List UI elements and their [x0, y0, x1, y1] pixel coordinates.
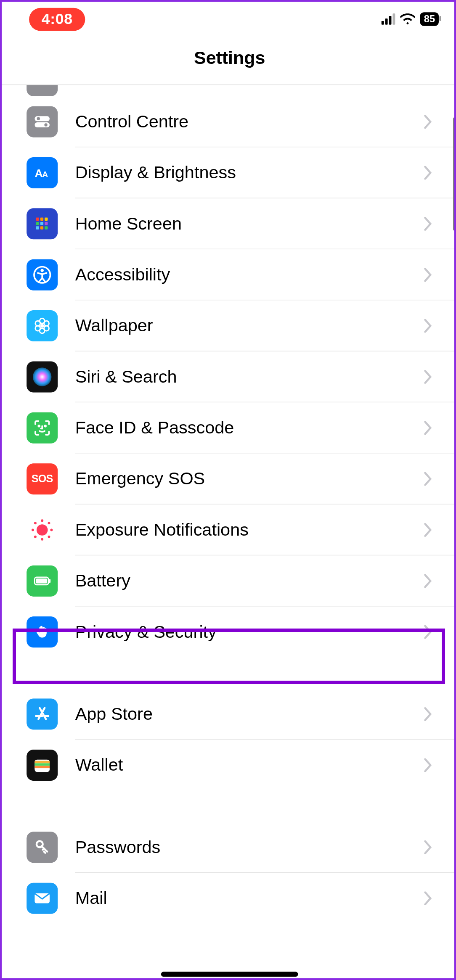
- chevron-right-icon: [424, 758, 432, 772]
- chevron-right-icon: [424, 523, 432, 537]
- svg-rect-8: [45, 218, 48, 221]
- row-label: Privacy & Security: [75, 622, 217, 642]
- page-title: Settings: [2, 37, 456, 85]
- svg-rect-11: [45, 222, 48, 225]
- svg-text:A: A: [34, 167, 42, 180]
- settings-row-home-screen[interactable]: Home Screen: [2, 198, 456, 249]
- time-pill: 4:08: [29, 8, 85, 31]
- settings-row-passwords[interactable]: Passwords: [2, 822, 456, 873]
- settings-row-battery[interactable]: Battery: [2, 555, 456, 606]
- siri-icon: [27, 361, 58, 392]
- svg-rect-7: [40, 218, 43, 221]
- battery-icon: [27, 565, 58, 597]
- row-label: Wallpaper: [75, 316, 153, 335]
- settings-row-wallet[interactable]: Wallet: [2, 740, 456, 790]
- svg-rect-9: [36, 222, 39, 225]
- row-label: Control Centre: [75, 111, 188, 131]
- status-icons: 85: [382, 12, 439, 26]
- svg-rect-12: [36, 226, 39, 229]
- app-store-icon: [27, 699, 58, 730]
- mail-icon: [27, 883, 58, 914]
- wifi-icon: [400, 13, 416, 25]
- display-brightness-icon: AA: [27, 157, 58, 188]
- svg-rect-14: [45, 226, 48, 229]
- wallet-icon: [27, 750, 58, 781]
- partial-icon: [27, 85, 58, 96]
- sos-icon: SOS: [27, 463, 58, 494]
- settings-row-privacy-security[interactable]: Privacy & Security: [2, 607, 456, 658]
- battery-indicator: 85: [420, 12, 439, 26]
- row-label: Display & Brightness: [75, 163, 236, 182]
- chevron-right-icon: [424, 370, 432, 383]
- status-bar: 4:08 85: [2, 2, 456, 37]
- settings-row-wallpaper[interactable]: Wallpaper: [2, 300, 456, 351]
- passwords-icon: [27, 832, 58, 863]
- svg-point-17: [40, 324, 44, 328]
- svg-point-24: [33, 367, 51, 386]
- svg-point-28: [41, 519, 43, 522]
- row-label: Face ID & Passcode: [75, 417, 234, 437]
- chevron-right-icon: [424, 268, 432, 282]
- svg-point-16: [41, 269, 44, 272]
- svg-point-29: [41, 538, 43, 541]
- svg-point-27: [37, 524, 48, 536]
- row-label: Accessibility: [75, 264, 170, 284]
- chevron-right-icon: [424, 891, 432, 905]
- row-label: Mail: [75, 888, 107, 908]
- settings-list[interactable]: Control Centre AA Display & Brightness H…: [2, 85, 456, 924]
- exposure-icon: [27, 515, 58, 546]
- svg-rect-42: [34, 766, 50, 768]
- svg-point-23: [35, 321, 40, 326]
- svg-point-34: [34, 536, 37, 538]
- chevron-right-icon: [424, 319, 432, 333]
- chevron-right-icon: [424, 574, 432, 588]
- chevron-right-icon: [424, 115, 432, 129]
- svg-rect-6: [36, 218, 39, 221]
- settings-row-face-id[interactable]: Face ID & Passcode: [2, 402, 456, 453]
- row-label: Emergency SOS: [75, 469, 205, 489]
- wallpaper-icon: [27, 310, 58, 341]
- svg-rect-41: [34, 763, 50, 766]
- row-label: Battery: [75, 571, 130, 590]
- accessibility-icon: [27, 259, 58, 291]
- settings-row-emergency-sos[interactable]: SOS Emergency SOS: [2, 453, 456, 504]
- svg-point-22: [35, 326, 40, 331]
- row-label: Wallet: [75, 755, 123, 775]
- row-label: Exposure Notifications: [75, 520, 249, 539]
- chevron-right-icon: [424, 472, 432, 486]
- svg-point-31: [50, 529, 53, 531]
- svg-point-30: [32, 529, 34, 531]
- chevron-right-icon: [424, 166, 432, 180]
- settings-row-accessibility[interactable]: Accessibility: [2, 249, 456, 300]
- svg-point-25: [38, 425, 40, 427]
- row-label: Home Screen: [75, 214, 182, 233]
- svg-point-32: [34, 522, 37, 524]
- chevron-right-icon: [424, 707, 432, 721]
- chevron-right-icon: [424, 625, 432, 639]
- row-label: App Store: [75, 704, 153, 724]
- face-id-icon: [27, 412, 58, 444]
- home-indicator[interactable]: [161, 972, 298, 977]
- settings-row-mail[interactable]: Mail: [2, 873, 456, 924]
- svg-rect-38: [49, 579, 50, 583]
- chevron-right-icon: [424, 421, 432, 435]
- svg-point-35: [48, 536, 50, 538]
- svg-point-19: [44, 321, 49, 326]
- settings-row-siri-search[interactable]: Siri & Search: [2, 351, 456, 402]
- svg-point-26: [45, 425, 46, 427]
- svg-rect-10: [40, 222, 43, 225]
- row-label: Siri & Search: [75, 367, 177, 386]
- home-screen-icon: [27, 208, 58, 239]
- settings-row-control-centre[interactable]: Control Centre: [2, 96, 456, 147]
- svg-point-33: [48, 522, 50, 524]
- settings-row-exposure-notifications[interactable]: Exposure Notifications: [2, 505, 456, 555]
- settings-row-app-store[interactable]: App Store: [2, 689, 456, 740]
- svg-rect-40: [34, 761, 50, 763]
- settings-row-partial[interactable]: [2, 85, 456, 96]
- scroll-indicator[interactable]: [453, 117, 456, 230]
- settings-row-display-brightness[interactable]: AA Display & Brightness: [2, 147, 456, 198]
- row-label: Passwords: [75, 837, 161, 857]
- svg-rect-37: [36, 578, 47, 584]
- chevron-right-icon: [424, 840, 432, 854]
- svg-rect-13: [40, 226, 43, 229]
